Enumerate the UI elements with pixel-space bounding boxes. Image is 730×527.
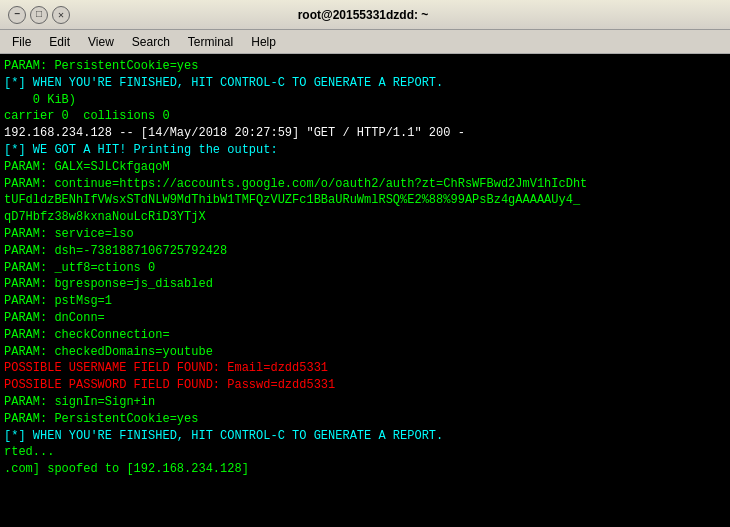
terminal-window: PARAM: PersistentCookie=yes[*] WHEN YOU'… bbox=[0, 54, 730, 527]
terminal-line: PARAM: continue=https://accounts.google.… bbox=[4, 176, 712, 193]
menu-item-terminal[interactable]: Terminal bbox=[180, 33, 241, 51]
menu-item-search[interactable]: Search bbox=[124, 33, 178, 51]
terminal-line: tUFdldzBENhIfVWsxSTdNLW9MdThibW1TMFQzVUZ… bbox=[4, 192, 712, 209]
title-bar: − □ ✕ root@20155331dzdd: ~ bbox=[0, 0, 730, 30]
terminal-line: PARAM: checkedDomains=youtube bbox=[4, 344, 712, 361]
terminal-line: PARAM: dsh=-7381887106725792428 bbox=[4, 243, 712, 260]
terminal-line: qD7Hbfz38w8kxnaNouLcRiD3YTjX bbox=[4, 209, 712, 226]
menu-item-view[interactable]: View bbox=[80, 33, 122, 51]
close-button[interactable]: ✕ bbox=[52, 6, 70, 24]
terminal-line: PARAM: checkConnection= bbox=[4, 327, 712, 344]
terminal-content[interactable]: PARAM: PersistentCookie=yes[*] WHEN YOU'… bbox=[4, 58, 712, 523]
terminal-line: PARAM: PersistentCookie=yes bbox=[4, 58, 712, 75]
minimize-button[interactable]: − bbox=[8, 6, 26, 24]
terminal-line: carrier 0 collisions 0 bbox=[4, 108, 712, 125]
terminal-line: PARAM: PersistentCookie=yes bbox=[4, 411, 712, 428]
terminal-line: POSSIBLE PASSWORD FIELD FOUND: Passwd=dz… bbox=[4, 377, 712, 394]
terminal-line: PARAM: service=lso bbox=[4, 226, 712, 243]
terminal-line: rted... bbox=[4, 444, 712, 461]
terminal-line: PARAM: _utf8=ctions 0 bbox=[4, 260, 712, 277]
window-controls[interactable]: − □ ✕ bbox=[8, 6, 70, 24]
maximize-button[interactable]: □ bbox=[30, 6, 48, 24]
terminal-line: PARAM: bgresponse=js_disabled bbox=[4, 276, 712, 293]
terminal-line: PARAM: GALX=SJLCkfgaqoM bbox=[4, 159, 712, 176]
terminal-line: PARAM: signIn=Sign+in bbox=[4, 394, 712, 411]
terminal-line: PARAM: dnConn= bbox=[4, 310, 712, 327]
menu-bar: FileEditViewSearchTerminalHelp bbox=[0, 30, 730, 54]
terminal-line: POSSIBLE USERNAME FIELD FOUND: Email=dzd… bbox=[4, 360, 712, 377]
terminal-line: .com] spoofed to [192.168.234.128] bbox=[4, 461, 712, 478]
menu-item-help[interactable]: Help bbox=[243, 33, 284, 51]
terminal-line: PARAM: pstMsg=1 bbox=[4, 293, 712, 310]
terminal-line: [*] WE GOT A HIT! Printing the output: bbox=[4, 142, 712, 159]
terminal-line: [*] WHEN YOU'RE FINISHED, HIT CONTROL-C … bbox=[4, 428, 712, 445]
menu-item-file[interactable]: File bbox=[4, 33, 39, 51]
terminal-line: [*] WHEN YOU'RE FINISHED, HIT CONTROL-C … bbox=[4, 75, 712, 92]
window-title: root@20155331dzdd: ~ bbox=[70, 8, 656, 22]
menu-item-edit[interactable]: Edit bbox=[41, 33, 78, 51]
terminal-line: 0 KiB) bbox=[4, 92, 712, 109]
terminal-line: 192.168.234.128 -- [14/May/2018 20:27:59… bbox=[4, 125, 712, 142]
